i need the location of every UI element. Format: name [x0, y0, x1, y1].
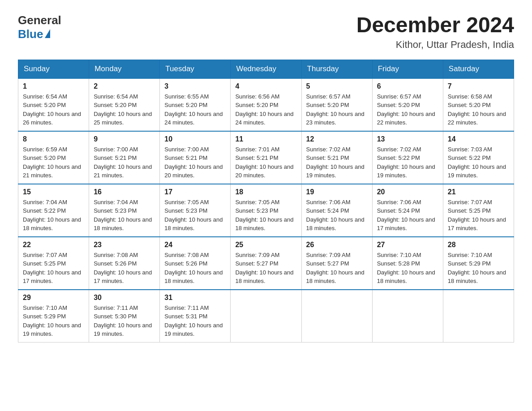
calendar-header-monday: Monday: [89, 60, 160, 78]
day-number: 5: [306, 82, 368, 90]
day-info: Sunrise: 7:07 AMSunset: 5:25 PMDaylight:…: [23, 251, 84, 286]
calendar-cell: 7Sunrise: 6:58 AMSunset: 5:20 PMDaylight…: [443, 78, 514, 131]
day-info: Sunrise: 7:08 AMSunset: 5:26 PMDaylight:…: [94, 251, 155, 286]
day-number: 3: [164, 82, 226, 90]
day-number: 10: [164, 135, 226, 143]
day-info: Sunrise: 7:05 AMSunset: 5:23 PMDaylight:…: [164, 198, 226, 233]
calendar-cell: 11Sunrise: 7:01 AMSunset: 5:21 PMDayligh…: [231, 131, 301, 184]
day-info: Sunrise: 6:54 AMSunset: 5:20 PMDaylight:…: [94, 92, 155, 127]
calendar-cell: 16Sunrise: 7:04 AMSunset: 5:23 PMDayligh…: [89, 184, 160, 237]
day-info: Sunrise: 7:09 AMSunset: 5:27 PMDaylight:…: [235, 251, 296, 286]
calendar-week-row-5: 29Sunrise: 7:10 AMSunset: 5:29 PMDayligh…: [18, 290, 514, 342]
day-info: Sunrise: 7:10 AMSunset: 5:29 PMDaylight:…: [23, 304, 84, 338]
day-info: Sunrise: 7:09 AMSunset: 5:27 PMDaylight:…: [306, 251, 368, 286]
calendar-cell: 8Sunrise: 6:59 AMSunset: 5:20 PMDaylight…: [18, 131, 89, 184]
calendar-cell: 15Sunrise: 7:04 AMSunset: 5:22 PMDayligh…: [18, 184, 89, 237]
day-number: 25: [235, 241, 296, 249]
day-number: 28: [448, 241, 509, 249]
day-info: Sunrise: 7:11 AMSunset: 5:31 PMDaylight:…: [164, 304, 226, 338]
calendar-cell: 26Sunrise: 7:09 AMSunset: 5:27 PMDayligh…: [301, 237, 372, 290]
logo: General Blue: [18, 13, 61, 41]
calendar-header-thursday: Thursday: [301, 60, 372, 78]
calendar-cell: 9Sunrise: 7:00 AMSunset: 5:21 PMDaylight…: [89, 131, 160, 184]
day-number: 13: [377, 135, 438, 143]
calendar-cell: 12Sunrise: 7:02 AMSunset: 5:21 PMDayligh…: [301, 131, 372, 184]
calendar-cell: 1Sunrise: 6:54 AMSunset: 5:20 PMDaylight…: [18, 78, 89, 131]
calendar-week-row-4: 22Sunrise: 7:07 AMSunset: 5:25 PMDayligh…: [18, 237, 514, 290]
calendar-cell: 14Sunrise: 7:03 AMSunset: 5:22 PMDayligh…: [443, 131, 514, 184]
calendar-cell: 13Sunrise: 7:02 AMSunset: 5:22 PMDayligh…: [372, 131, 443, 184]
calendar-cell: 20Sunrise: 7:06 AMSunset: 5:24 PMDayligh…: [372, 184, 443, 237]
day-number: 24: [164, 241, 226, 249]
calendar-cell: [231, 290, 301, 342]
day-number: 30: [94, 294, 155, 302]
calendar-cell: 21Sunrise: 7:07 AMSunset: 5:25 PMDayligh…: [443, 184, 514, 237]
day-number: 31: [164, 294, 226, 302]
day-info: Sunrise: 7:04 AMSunset: 5:23 PMDaylight:…: [94, 198, 155, 233]
calendar-cell: [301, 290, 372, 342]
calendar-cell: 24Sunrise: 7:08 AMSunset: 5:26 PMDayligh…: [160, 237, 231, 290]
calendar-header-row: SundayMondayTuesdayWednesdayThursdayFrid…: [18, 60, 514, 78]
page-header: General Blue December 2024 Kithor, Uttar…: [18, 13, 514, 51]
day-number: 6: [377, 82, 438, 90]
day-number: 8: [23, 135, 84, 143]
calendar-cell: 22Sunrise: 7:07 AMSunset: 5:25 PMDayligh…: [18, 237, 89, 290]
day-number: 22: [23, 241, 84, 249]
day-number: 16: [94, 188, 155, 196]
calendar-cell: 27Sunrise: 7:10 AMSunset: 5:28 PMDayligh…: [372, 237, 443, 290]
calendar-cell: 4Sunrise: 6:56 AMSunset: 5:20 PMDaylight…: [231, 78, 301, 131]
day-number: 19: [306, 188, 368, 196]
calendar-cell: [443, 290, 514, 342]
day-number: 9: [94, 135, 155, 143]
calendar-cell: 29Sunrise: 7:10 AMSunset: 5:29 PMDayligh…: [18, 290, 89, 342]
calendar-week-row-1: 1Sunrise: 6:54 AMSunset: 5:20 PMDaylight…: [18, 78, 514, 131]
calendar-header-tuesday: Tuesday: [160, 60, 231, 78]
day-number: 17: [164, 188, 226, 196]
day-info: Sunrise: 7:08 AMSunset: 5:26 PMDaylight:…: [164, 251, 226, 286]
day-info: Sunrise: 7:04 AMSunset: 5:22 PMDaylight:…: [23, 198, 84, 233]
day-number: 11: [235, 135, 296, 143]
logo-blue-text: Blue: [18, 27, 51, 41]
calendar-week-row-2: 8Sunrise: 6:59 AMSunset: 5:20 PMDaylight…: [18, 131, 514, 184]
calendar-cell: [372, 290, 443, 342]
day-number: 4: [235, 82, 296, 90]
calendar-cell: 18Sunrise: 7:05 AMSunset: 5:23 PMDayligh…: [231, 184, 301, 237]
calendar-cell: 3Sunrise: 6:55 AMSunset: 5:20 PMDaylight…: [160, 78, 231, 131]
day-number: 2: [94, 82, 155, 90]
day-info: Sunrise: 7:02 AMSunset: 5:22 PMDaylight:…: [377, 145, 438, 180]
day-info: Sunrise: 7:06 AMSunset: 5:24 PMDaylight:…: [306, 198, 368, 233]
calendar-week-row-3: 15Sunrise: 7:04 AMSunset: 5:22 PMDayligh…: [18, 184, 514, 237]
calendar-cell: 6Sunrise: 6:57 AMSunset: 5:20 PMDaylight…: [372, 78, 443, 131]
calendar-cell: 30Sunrise: 7:11 AMSunset: 5:30 PMDayligh…: [89, 290, 160, 342]
title-section: December 2024 Kithor, Uttar Pradesh, Ind…: [356, 13, 514, 51]
day-info: Sunrise: 7:00 AMSunset: 5:21 PMDaylight:…: [94, 145, 155, 180]
day-number: 26: [306, 241, 368, 249]
day-info: Sunrise: 6:54 AMSunset: 5:20 PMDaylight:…: [23, 92, 84, 127]
calendar-cell: 2Sunrise: 6:54 AMSunset: 5:20 PMDaylight…: [89, 78, 160, 131]
day-info: Sunrise: 7:07 AMSunset: 5:25 PMDaylight:…: [448, 198, 509, 233]
day-info: Sunrise: 6:56 AMSunset: 5:20 PMDaylight:…: [235, 92, 296, 127]
day-info: Sunrise: 6:55 AMSunset: 5:20 PMDaylight:…: [164, 92, 226, 127]
calendar-cell: 5Sunrise: 6:57 AMSunset: 5:20 PMDaylight…: [301, 78, 372, 131]
day-info: Sunrise: 7:01 AMSunset: 5:21 PMDaylight:…: [235, 145, 296, 180]
day-info: Sunrise: 7:10 AMSunset: 5:29 PMDaylight:…: [448, 251, 509, 286]
day-number: 29: [23, 294, 84, 302]
day-info: Sunrise: 6:57 AMSunset: 5:20 PMDaylight:…: [377, 92, 438, 127]
logo-blue-word: Blue: [18, 27, 43, 41]
day-number: 27: [377, 241, 438, 249]
day-number: 20: [377, 188, 438, 196]
calendar-table: SundayMondayTuesdayWednesdayThursdayFrid…: [18, 60, 514, 342]
day-number: 7: [448, 82, 509, 90]
calendar-cell: 23Sunrise: 7:08 AMSunset: 5:26 PMDayligh…: [89, 237, 160, 290]
day-info: Sunrise: 7:11 AMSunset: 5:30 PMDaylight:…: [94, 304, 155, 338]
day-info: Sunrise: 7:06 AMSunset: 5:24 PMDaylight:…: [377, 198, 438, 233]
day-info: Sunrise: 7:10 AMSunset: 5:28 PMDaylight:…: [377, 251, 438, 286]
calendar-cell: 19Sunrise: 7:06 AMSunset: 5:24 PMDayligh…: [301, 184, 372, 237]
calendar-cell: 31Sunrise: 7:11 AMSunset: 5:31 PMDayligh…: [160, 290, 231, 342]
calendar-header-saturday: Saturday: [443, 60, 514, 78]
day-number: 23: [94, 241, 155, 249]
calendar-cell: 10Sunrise: 7:00 AMSunset: 5:21 PMDayligh…: [160, 131, 231, 184]
day-info: Sunrise: 6:57 AMSunset: 5:20 PMDaylight:…: [306, 92, 368, 127]
logo-general-text: General: [18, 13, 61, 27]
logo-triangle-icon: [45, 29, 50, 38]
